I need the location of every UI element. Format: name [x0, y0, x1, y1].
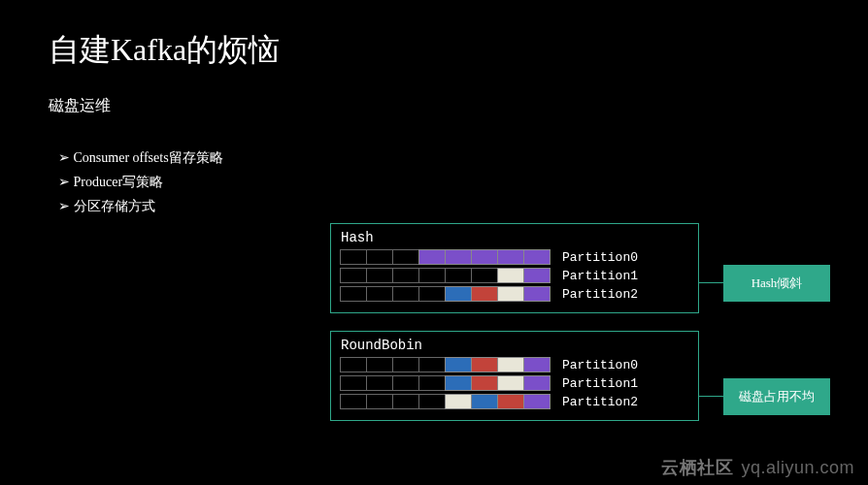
cell-empty — [392, 375, 419, 391]
cell-empty — [366, 268, 393, 283]
section-hash: HashPartition0Partition1Partition2 — [330, 223, 699, 313]
partition-label: Partition0 — [562, 358, 638, 372]
cell-empty — [418, 357, 446, 372]
partition-row: Partition2 — [341, 286, 688, 302]
cell-empty — [392, 249, 419, 265]
cell-empty — [340, 249, 367, 265]
cell-empty — [392, 286, 419, 302]
cell-empty — [366, 286, 393, 302]
cell-white — [497, 357, 524, 372]
bullet-item: Producer写策略 — [58, 170, 819, 194]
cell-group — [341, 268, 551, 283]
cell-empty — [340, 375, 367, 391]
partition-label: Partition2 — [562, 287, 638, 302]
cell-empty — [366, 375, 393, 391]
cell-purple — [471, 249, 498, 265]
cell-group — [341, 286, 551, 302]
cell-empty — [340, 357, 367, 372]
watermark: 云栖社区yq.aliyun.com — [661, 456, 854, 479]
cell-white — [497, 268, 524, 283]
cell-empty — [418, 375, 446, 391]
cell-purple — [418, 249, 446, 265]
cell-white — [497, 286, 524, 302]
cell-empty — [392, 357, 419, 372]
cell-purple — [497, 249, 524, 265]
cell-red — [471, 286, 498, 302]
cell-empty — [418, 268, 446, 283]
partition-diagrams: HashPartition0Partition1Partition2RoundB… — [330, 223, 699, 438]
cell-white — [497, 375, 524, 391]
cell-group — [341, 357, 551, 372]
cell-red — [471, 375, 498, 391]
partition-label: Partition2 — [562, 395, 638, 409]
subtitle: 磁盘运维 — [49, 96, 819, 116]
cell-blue — [445, 286, 472, 302]
cell-blue — [471, 394, 498, 409]
cell-empty — [418, 286, 446, 302]
watermark-cn: 云栖社区 — [661, 458, 733, 477]
partition-row: Partition2 — [341, 394, 688, 409]
bullet-item: 分区存储方式 — [58, 194, 819, 218]
bullet-list: Consumer offsets留存策略Producer写策略分区存储方式 — [58, 146, 819, 219]
cell-empty — [471, 268, 498, 283]
cell-empty — [366, 394, 393, 409]
cell-purple — [523, 286, 551, 302]
partition-row: Partition0 — [341, 357, 688, 372]
watermark-url: yq.aliyun.com — [741, 458, 854, 477]
cell-empty — [340, 286, 367, 302]
partition-label: Partition1 — [562, 376, 638, 391]
cell-white — [445, 394, 472, 409]
cell-red — [471, 357, 498, 372]
cell-purple — [523, 375, 551, 391]
cell-empty — [445, 268, 472, 283]
partition-label: Partition0 — [562, 250, 638, 265]
cell-empty — [392, 268, 419, 283]
cell-group — [341, 375, 551, 391]
cell-group — [341, 394, 551, 409]
cell-blue — [445, 357, 472, 372]
cell-purple — [523, 357, 551, 372]
cell-group — [341, 249, 551, 265]
cell-purple — [523, 268, 551, 283]
cell-purple — [523, 249, 551, 265]
partition-row: Partition0 — [341, 249, 688, 265]
section-label: Hash — [341, 230, 688, 245]
cell-purple — [445, 249, 472, 265]
cell-empty — [340, 268, 367, 283]
cell-red — [497, 394, 524, 409]
cell-purple — [523, 394, 551, 409]
partition-row: Partition1 — [341, 268, 688, 283]
tag-callout: 磁盘占用不均 — [723, 378, 830, 415]
cell-blue — [445, 375, 472, 391]
cell-empty — [366, 249, 393, 265]
partition-label: Partition1 — [562, 269, 638, 283]
connector-line — [699, 396, 723, 397]
cell-empty — [366, 357, 393, 372]
tag-callout: Hash倾斜 — [723, 265, 830, 302]
cell-empty — [392, 394, 419, 409]
section-label: RoundBobin — [341, 338, 688, 353]
partition-row: Partition1 — [341, 375, 688, 391]
cell-empty — [340, 394, 367, 409]
cell-empty — [418, 394, 446, 409]
connector-line — [699, 282, 723, 283]
page-title: 自建Kafka的烦恼 — [49, 29, 819, 72]
section-roundbobin: RoundBobinPartition0Partition1Partition2 — [330, 331, 699, 421]
bullet-item: Consumer offsets留存策略 — [58, 146, 819, 170]
